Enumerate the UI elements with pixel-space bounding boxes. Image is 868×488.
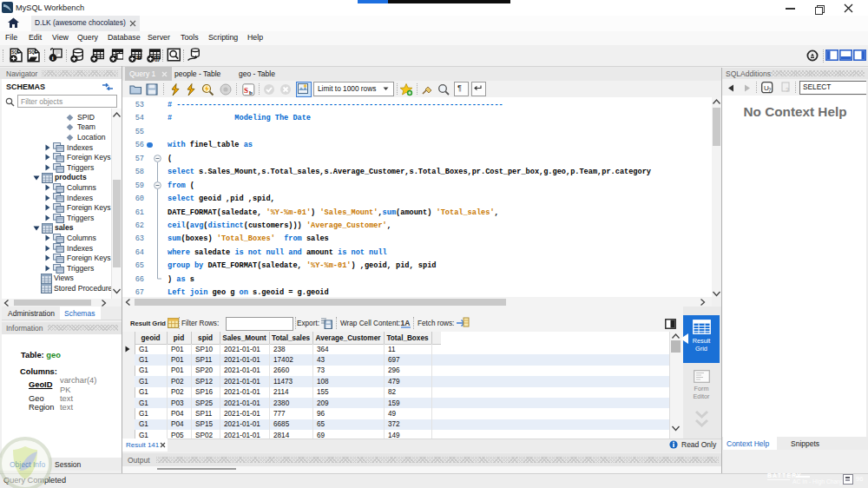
svg-text:(|): (|) (155, 55, 161, 62)
svg-text:i: i (52, 55, 54, 61)
svg-text:SQL: SQL (29, 50, 37, 55)
svg-text:S: S (244, 86, 248, 95)
svg-text:1A: 1A (401, 319, 411, 327)
svg-text:SQL: SQL (11, 50, 20, 55)
svg-text:?: ? (768, 87, 772, 93)
svg-text:?: ? (786, 87, 789, 93)
svg-text:b: b (137, 54, 141, 62)
svg-text:b: b (249, 89, 253, 96)
